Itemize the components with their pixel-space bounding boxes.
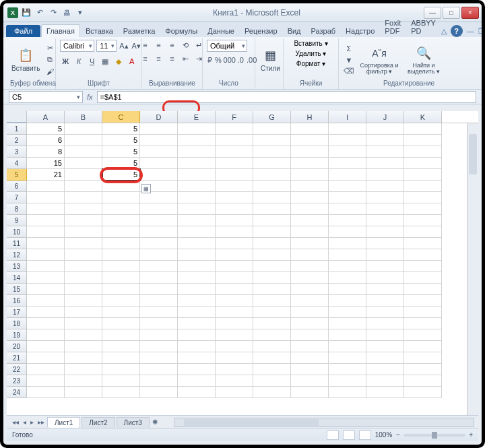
- cell-H12[interactable]: [291, 249, 329, 261]
- cell-A3[interactable]: 8: [27, 146, 65, 158]
- row-header-19[interactable]: 19: [7, 329, 27, 341]
- vertical-scrollbar[interactable]: [467, 123, 478, 415]
- cell-C24[interactable]: [102, 387, 140, 398]
- row-header-9[interactable]: 9: [7, 215, 27, 226]
- cell-A24[interactable]: [27, 387, 65, 398]
- cell-J1[interactable]: [366, 123, 404, 135]
- cell-D1[interactable]: [140, 123, 178, 135]
- name-box[interactable]: C5: [9, 91, 83, 103]
- sheet-nav-first[interactable]: ◂◂: [11, 418, 20, 426]
- cell-C5[interactable]: 5: [102, 169, 140, 181]
- cell-I1[interactable]: [329, 123, 366, 135]
- column-header-K[interactable]: K: [404, 111, 442, 123]
- cell-H20[interactable]: [291, 341, 329, 352]
- cell-C3[interactable]: 5: [102, 146, 140, 158]
- cell-D13[interactable]: [140, 261, 178, 272]
- tab-addins[interactable]: Надстро: [341, 25, 379, 37]
- help-icon[interactable]: ?: [451, 25, 463, 37]
- format-cells-button[interactable]: Формат ▾: [296, 60, 325, 67]
- cell-G22[interactable]: [253, 364, 291, 375]
- cell-D16[interactable]: [140, 295, 178, 307]
- clear-icon[interactable]: ⌫: [343, 66, 355, 77]
- cell-A1[interactable]: 5: [27, 123, 65, 135]
- cell-J21[interactable]: [366, 352, 404, 364]
- font-color-icon[interactable]: A: [126, 56, 137, 67]
- cell-I21[interactable]: [329, 352, 366, 364]
- cell-D21[interactable]: [140, 352, 178, 364]
- cell-A17[interactable]: [27, 307, 65, 318]
- cell-B7[interactable]: [65, 192, 102, 203]
- cell-B13[interactable]: [65, 261, 102, 272]
- ribbon-min-icon[interactable]: △: [441, 27, 447, 36]
- cell-B9[interactable]: [65, 215, 102, 226]
- column-header-F[interactable]: F: [216, 111, 253, 123]
- cell-H10[interactable]: [291, 226, 329, 238]
- cell-D9[interactable]: [140, 215, 178, 226]
- fill-icon[interactable]: ▼: [343, 55, 355, 65]
- cell-I8[interactable]: [329, 203, 366, 215]
- cell-K21[interactable]: [404, 352, 442, 364]
- cell-H5[interactable]: [291, 169, 329, 181]
- view-page-break-icon[interactable]: [359, 430, 371, 440]
- cell-E19[interactable]: [178, 329, 216, 341]
- cell-A16[interactable]: [27, 295, 65, 307]
- cell-C19[interactable]: [102, 329, 140, 341]
- cell-I7[interactable]: [329, 192, 366, 203]
- indent-dec-icon[interactable]: ⇤: [180, 53, 192, 64]
- cell-D19[interactable]: [140, 329, 178, 341]
- cell-J23[interactable]: [366, 375, 404, 387]
- cell-B15[interactable]: [65, 284, 102, 295]
- undo-icon[interactable]: ↶: [34, 7, 45, 18]
- cell-H7[interactable]: [291, 192, 329, 203]
- sheet-tab-1[interactable]: Лист1: [47, 417, 80, 428]
- cell-F15[interactable]: [216, 284, 253, 295]
- cell-C11[interactable]: [102, 238, 140, 249]
- cell-K3[interactable]: [404, 146, 442, 158]
- cell-B21[interactable]: [65, 352, 102, 364]
- row-header-7[interactable]: 7: [7, 192, 27, 203]
- cell-H15[interactable]: [291, 284, 329, 295]
- cell-F6[interactable]: [216, 181, 253, 192]
- cell-D8[interactable]: [140, 203, 178, 215]
- align-middle-icon[interactable]: ≡: [153, 40, 165, 51]
- cell-D15[interactable]: [140, 284, 178, 295]
- cell-G21[interactable]: [253, 352, 291, 364]
- column-header-E[interactable]: E: [178, 111, 216, 123]
- cell-H3[interactable]: [291, 146, 329, 158]
- cell-H22[interactable]: [291, 364, 329, 375]
- cell-F14[interactable]: [216, 272, 253, 284]
- cell-H8[interactable]: [291, 203, 329, 215]
- autosum-icon[interactable]: Σ: [343, 43, 355, 54]
- column-header-G[interactable]: G: [253, 111, 291, 123]
- cell-J3[interactable]: [366, 146, 404, 158]
- row-header-24[interactable]: 24: [7, 387, 27, 398]
- cell-A4[interactable]: 15: [27, 158, 65, 169]
- cell-D24[interactable]: [140, 387, 178, 398]
- cell-K7[interactable]: [404, 192, 442, 203]
- cell-K12[interactable]: [404, 249, 442, 261]
- cell-G18[interactable]: [253, 318, 291, 329]
- print-icon[interactable]: 🖶: [61, 7, 72, 18]
- row-header-16[interactable]: 16: [7, 295, 27, 307]
- row-header-12[interactable]: 12: [7, 249, 27, 261]
- cell-A7[interactable]: [27, 192, 65, 203]
- cell-C15[interactable]: [102, 284, 140, 295]
- cell-H11[interactable]: [291, 238, 329, 249]
- cell-G20[interactable]: [253, 341, 291, 352]
- copy-icon[interactable]: ⧉: [44, 55, 56, 65]
- row-header-8[interactable]: 8: [7, 203, 27, 215]
- cell-B17[interactable]: [65, 307, 102, 318]
- cell-B10[interactable]: [65, 226, 102, 238]
- cell-E4[interactable]: [178, 158, 216, 169]
- select-all-corner[interactable]: [7, 111, 27, 123]
- maximize-button[interactable]: □: [443, 7, 460, 19]
- tab-abbyy[interactable]: ABBYY PD: [406, 17, 441, 37]
- cell-E9[interactable]: [178, 215, 216, 226]
- cell-D10[interactable]: [140, 226, 178, 238]
- cell-B19[interactable]: [65, 329, 102, 341]
- cell-G9[interactable]: [253, 215, 291, 226]
- cell-A2[interactable]: 6: [27, 135, 65, 146]
- cell-J6[interactable]: [366, 181, 404, 192]
- cell-D7[interactable]: [140, 192, 178, 203]
- cell-G14[interactable]: [253, 272, 291, 284]
